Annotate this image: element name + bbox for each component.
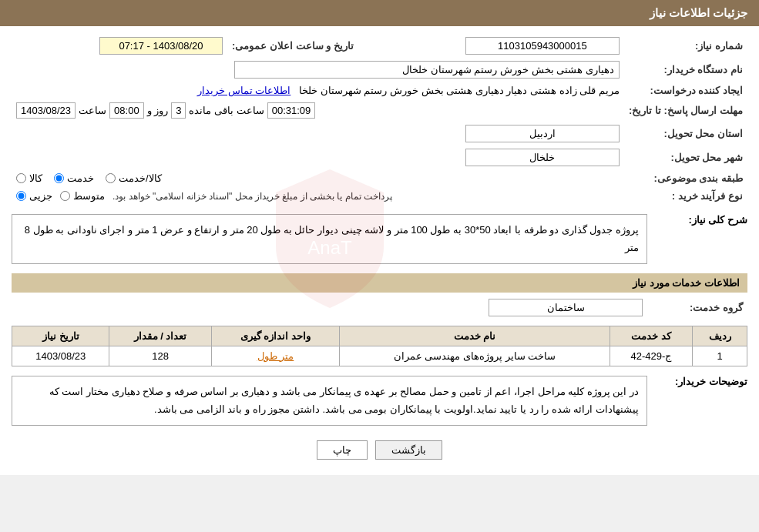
توضیحات-label: توضیحات خریدار: xyxy=(647,373,747,387)
cell-date: 1403/08/23 xyxy=(12,346,109,366)
print-button[interactable]: چاپ xyxy=(317,440,368,460)
ایجاد-label: ایجاد کننده درخواست: xyxy=(624,82,747,99)
تماس-خریدار-link[interactable]: اطلاعات تماس خریدار xyxy=(197,85,291,96)
page-wrapper: جزئیات اطلاعات نیاز شماره نیاز: 11031059… xyxy=(0,0,759,475)
نوع-فرآیند-label: نوع فرآیند خرید : xyxy=(624,187,747,205)
unit-link[interactable]: متر طول xyxy=(257,350,294,362)
radio-kala-khedmat[interactable]: کالا/خدمت xyxy=(106,172,162,184)
گروه-box: ساختمان xyxy=(489,299,643,316)
radio-khedmat-input[interactable] xyxy=(54,173,64,183)
شماره-نیاز-value: 1103105943000015 xyxy=(358,34,624,58)
مهلت-value: 00:31:09 ساعت باقی مانده 3 روز و 08:00 س… xyxy=(12,99,624,122)
row-goroh: گروه خدمت: ساختمان xyxy=(12,296,747,320)
content-area: شماره نیاز: 1103105943000015 تاریخ و ساع… xyxy=(0,26,759,475)
buttons-row: بازگشت چاپ xyxy=(12,440,747,460)
گروه-value: ساختمان xyxy=(12,296,647,320)
back-button[interactable]: بازگشت xyxy=(375,440,442,460)
نام-دستگاه-label: نام دستگاه خریدار: xyxy=(624,58,747,82)
radio-kala-khedmat-input[interactable] xyxy=(106,173,116,183)
شرح-label: شرح کلی نیاز: xyxy=(647,211,747,226)
مهلت-label: مهلت ارسال پاسخ: تا تاریخ: xyxy=(624,99,747,122)
طبقه-value: کالا/خدمت خدمت کالا xyxy=(12,169,624,187)
ساعت-label: ساعت xyxy=(79,105,106,116)
row-shahr: شهر محل تحویل: خلخال xyxy=(12,146,747,169)
ساعت-box: 08:00 xyxy=(109,102,144,119)
نام-دستگاه-value: دهیاری هشتی بخش خورش رستم شهرستان خلخال xyxy=(12,58,624,82)
services-table: ردیف کد خدمت نام خدمت واحد اندازه گیری ت… xyxy=(12,326,747,366)
توضیحات-container: در این پروژه کلیه مراحل اجرا، اعم از تام… xyxy=(12,373,647,429)
page-header: جزئیات اطلاعات نیاز xyxy=(0,0,759,26)
استان-value: اردبیل xyxy=(12,122,624,146)
radio-kala[interactable]: کالا xyxy=(16,172,42,184)
روز-box: 3 xyxy=(171,102,186,119)
استان-label: استان محل تحویل: xyxy=(624,122,747,146)
radio-motavasset-input[interactable] xyxy=(60,191,70,201)
گروه-table: گروه خدمت: ساختمان xyxy=(12,296,747,320)
استان-box: اردبیل xyxy=(465,125,620,142)
شهر-box: خلخال xyxy=(465,149,620,166)
radio-khedmat[interactable]: خدمت xyxy=(54,172,94,184)
col-name: نام خدمت xyxy=(340,326,610,346)
باقیمانده-box: 00:31:09 xyxy=(267,102,316,119)
col-count: تعداد / مقدار xyxy=(109,326,211,346)
table-row: 1 ج-429-42 ساخت سایر پروژه‌های مهندسی عم… xyxy=(12,346,747,366)
تاریخ-اعلان-box: 1403/08/20 - 07:17 xyxy=(99,37,223,55)
طبقه-label: طبقه بندی موضوعی: xyxy=(624,169,747,187)
نام-دستگاه-box: دهیاری هشتی بخش خورش رستم شهرستان خلخال xyxy=(234,61,620,79)
row-name: نام دستگاه خریدار: دهیاری هشتی بخش خورش … xyxy=(12,58,747,82)
شهر-label: شهر محل تحویل: xyxy=(624,146,747,169)
radio-kala-input[interactable] xyxy=(16,173,26,183)
شرح-section: شرح کلی نیاز: AnaT پروژه جدول گذاری دو ط… xyxy=(12,211,747,267)
شرح-box: پروژه جدول گذاری دو طرفه با ابعاد 50*30 … xyxy=(12,214,647,264)
نوع-فرآیند-desc: پرداخت تمام یا بخشی از مبلغ خریداز محل "… xyxy=(113,191,392,202)
توضیحات-box: در این پروژه کلیه مراحل اجرا، اعم از تام… xyxy=(12,376,647,426)
row-tabaghe: طبقه بندی موضوعی: کالا/خدمت خدمت کالا xyxy=(12,169,747,187)
row-mohlat: مهلت ارسال پاسخ: تا تاریخ: 00:31:09 ساعت… xyxy=(12,99,747,122)
col-unit: واحد اندازه گیری xyxy=(211,326,340,346)
cell-unit: متر طول xyxy=(211,346,340,366)
table-header-row: ردیف کد خدمت نام خدمت واحد اندازه گیری ت… xyxy=(12,326,747,346)
تاریخ-اعلان-label: تاریخ و ساعت اعلان عمومی: xyxy=(227,34,358,58)
ایجاد-value: مریم قلی زاده هشتی دهیار دهیاری هشتی بخش… xyxy=(12,82,624,99)
روز-label: روز و xyxy=(147,105,169,116)
تاریخ-box: 1403/08/23 xyxy=(16,102,76,119)
شرح-container: AnaT پروژه جدول گذاری دو طرفه با ابعاد 5… xyxy=(12,211,647,267)
row-ostan: استان محل تحویل: اردبیل xyxy=(12,122,747,146)
row-farayand: نوع فرآیند خرید : پرداخت تمام یا بخشی از… xyxy=(12,187,747,205)
row-shenare-tarikh: شماره نیاز: 1103105943000015 تاریخ و ساع… xyxy=(12,34,747,58)
طبقه-radio-group: کالا/خدمت خدمت کالا xyxy=(16,172,620,184)
col-date: تاریخ نیاز xyxy=(12,326,109,346)
cell-radif: 1 xyxy=(693,346,747,366)
گروه-label: گروه خدمت: xyxy=(647,296,747,320)
تاریخ-اعلان-value: 1403/08/20 - 07:17 xyxy=(12,34,227,58)
info-table: شماره نیاز: 1103105943000015 تاریخ و ساع… xyxy=(12,34,747,205)
cell-name: ساخت سایر پروژه‌های مهندسی عمران xyxy=(340,346,610,366)
cell-kod: ج-429-42 xyxy=(610,346,693,366)
radio-motavasset[interactable]: متوسط xyxy=(60,190,105,202)
شماره-نیاز-label: شماره نیاز: xyxy=(624,34,747,58)
نوع-فرآیند-value: پرداخت تمام یا بخشی از مبلغ خریداز محل "… xyxy=(12,187,624,205)
row-eijad: ایجاد کننده درخواست: مریم قلی زاده هشتی … xyxy=(12,82,747,99)
radio-jozii-input[interactable] xyxy=(16,191,26,201)
page-title: جزئیات اطلاعات نیاز xyxy=(650,6,747,19)
شماره-نیاز-box: 1103105943000015 xyxy=(465,37,620,55)
col-kod: کد خدمت xyxy=(610,326,693,346)
باقیمانده-label: ساعت باقی مانده xyxy=(189,105,264,116)
radio-jozii[interactable]: جزیی xyxy=(16,190,52,202)
شهر-value: خلخال xyxy=(12,146,624,169)
col-radif: ردیف xyxy=(693,326,747,346)
توضیحات-section: توضیحات خریدار: در این پروژه کلیه مراحل … xyxy=(12,373,747,429)
خدمات-header: اطلاعات خدمات مورد نیاز xyxy=(12,273,747,293)
cell-count: 128 xyxy=(109,346,211,366)
